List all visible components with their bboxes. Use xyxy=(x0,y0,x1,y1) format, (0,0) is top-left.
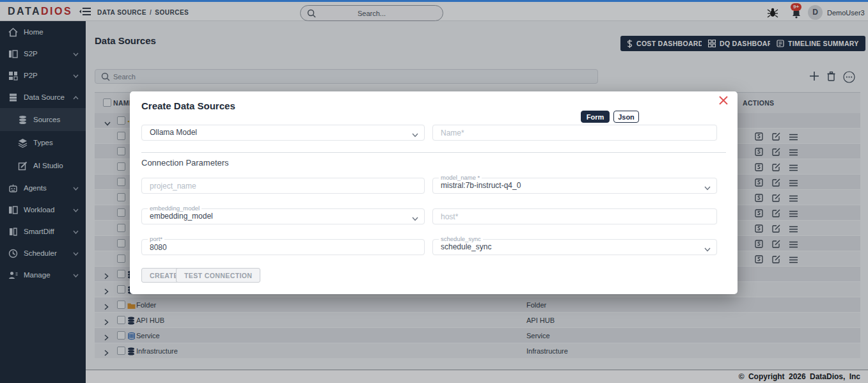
dialog-title: Create Data Sources xyxy=(141,100,235,111)
name-input[interactable] xyxy=(433,125,716,140)
model-name-select[interactable]: model_name * mistral:7b-instruct-q4_0 xyxy=(432,178,717,194)
host-input[interactable] xyxy=(433,209,716,224)
name-field xyxy=(432,125,717,141)
tab-form[interactable]: Form xyxy=(581,111,610,123)
source-type-value: Ollama Model xyxy=(142,125,424,140)
create-data-sources-dialog: Create Data Sources Form Json Ollama Mod… xyxy=(130,91,738,294)
section-divider xyxy=(141,152,726,153)
port-field: port* xyxy=(141,239,425,255)
port-label: port* xyxy=(148,235,164,243)
tab-json[interactable]: Json xyxy=(613,111,639,123)
test-connection-button[interactable]: TEST CONNECTION xyxy=(176,268,260,283)
connection-parameters-heading: Connection Parameters xyxy=(141,158,229,168)
embedding-model-select[interactable]: embedding_model embedding_model xyxy=(141,208,425,224)
embedding-model-label: embedding_model xyxy=(148,205,201,212)
source-type-select[interactable]: Ollama Model xyxy=(141,125,425,141)
project-name-field xyxy=(141,178,425,194)
schedule-sync-label: schedule_sync xyxy=(439,235,483,243)
close-icon[interactable] xyxy=(719,96,729,106)
schedule-sync-select[interactable]: schedule_sync schedule_sync xyxy=(432,239,717,255)
host-field xyxy=(432,208,717,224)
model-name-label: model_name * xyxy=(439,174,482,182)
port-input[interactable] xyxy=(142,240,424,254)
project-name-input[interactable] xyxy=(142,178,424,193)
